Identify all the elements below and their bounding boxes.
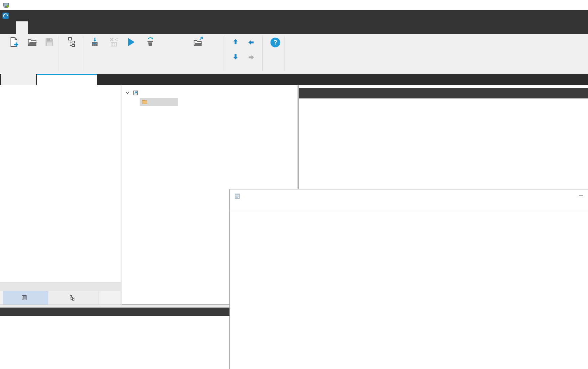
new-button[interactable] — [5, 36, 22, 49]
ribbon-separator — [284, 36, 285, 71]
menu-help[interactable] — [74, 21, 86, 34]
tree-node-procmon[interactable] — [140, 98, 178, 106]
view-tab-strip — [0, 74, 588, 85]
build-icon — [89, 37, 100, 48]
notepad-text[interactable] — [230, 211, 588, 369]
notepad-menu-file[interactable] — [232, 203, 238, 211]
installshield-title-bar — [0, 10, 588, 21]
run-button[interactable] — [123, 36, 139, 49]
view-bar-icon — [21, 295, 27, 301]
view-list-button[interactable] — [48, 291, 99, 305]
open-button[interactable] — [24, 36, 41, 49]
notepad-title-bar — [230, 189, 588, 203]
ribbon-separator — [223, 36, 223, 71]
build-button[interactable] — [86, 36, 104, 49]
help-icon — [270, 37, 281, 48]
rdp-icon — [3, 2, 10, 8]
traditional-view-button[interactable] — [60, 36, 83, 49]
screen — [0, 0, 588, 369]
go-down-arrow-icon[interactable] — [232, 53, 239, 60]
stop-build-icon — [108, 37, 119, 48]
ribbon-separator — [262, 36, 263, 71]
notepad-icon — [234, 193, 241, 199]
view-bar-button[interactable] — [3, 291, 48, 305]
tree-node-applications[interactable] — [122, 89, 297, 97]
notepad-menu-edit[interactable] — [238, 203, 244, 211]
open-release-folder-button[interactable] — [178, 36, 218, 49]
stop-build-button[interactable] — [105, 36, 122, 49]
applications-icon — [133, 90, 138, 96]
new-document-icon — [8, 37, 19, 48]
sidebar-footer-strip — [0, 282, 121, 291]
open-folder-icon — [27, 37, 38, 48]
view-list-icon — [69, 295, 75, 301]
menu-edit[interactable] — [28, 21, 39, 34]
save-button[interactable] — [41, 36, 57, 49]
rdp-connection-bar — [0, 0, 588, 10]
sidebar-footer — [0, 291, 121, 305]
minimize-button-icon[interactable] — [579, 196, 583, 196]
notepad-window — [229, 189, 588, 369]
help-button[interactable] — [266, 36, 285, 50]
go-group — [227, 35, 261, 67]
menu-file[interactable] — [5, 21, 16, 34]
ribbon-separator — [84, 36, 84, 71]
menu-build[interactable] — [51, 21, 63, 34]
uninstall-icon — [145, 37, 156, 48]
run-icon — [125, 37, 136, 48]
go-forward-arrow-icon[interactable] — [247, 54, 255, 61]
menu-home[interactable] — [16, 21, 28, 34]
notepad-menu-format[interactable] — [244, 203, 250, 211]
open-release-folder-icon — [193, 37, 204, 48]
notepad-menu-view[interactable] — [250, 203, 256, 211]
go-back-arrow-icon[interactable] — [247, 39, 255, 46]
notepad-menu-help[interactable] — [256, 203, 262, 211]
sidebar — [0, 85, 121, 305]
ribbon-separator — [58, 36, 58, 71]
menu-tools[interactable] — [63, 21, 74, 34]
installshield-logo-icon — [2, 12, 9, 19]
menu-bar — [0, 21, 588, 34]
go-up-arrow-icon[interactable] — [232, 38, 239, 45]
ribbon — [0, 34, 588, 74]
tab-installation-designer[interactable] — [37, 74, 97, 85]
notepad-menu-bar — [230, 203, 588, 211]
traditional-view-icon — [66, 37, 77, 48]
uninstall-button[interactable] — [139, 36, 161, 49]
save-icon — [44, 37, 55, 48]
folder-icon — [142, 99, 148, 105]
menu-view[interactable] — [39, 21, 51, 34]
tab-start-page[interactable] — [1, 74, 36, 85]
chevron-down-icon[interactable] — [125, 90, 130, 95]
property-panel-header — [299, 88, 588, 98]
